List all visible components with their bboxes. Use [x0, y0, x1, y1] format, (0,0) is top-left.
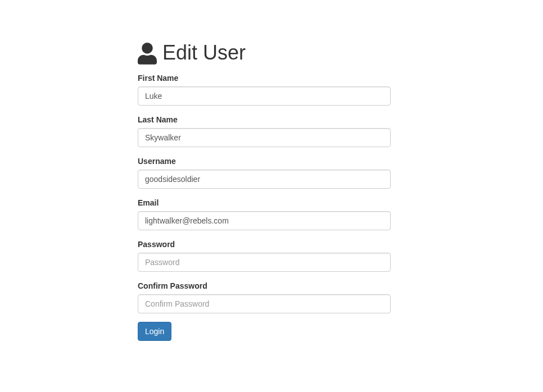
first-name-label: First Name: [138, 72, 178, 84]
username-label: Username: [138, 156, 176, 167]
last-name-label: Last Name: [138, 114, 178, 125]
username-input[interactable]: [138, 170, 391, 189]
confirm-password-input[interactable]: [138, 294, 391, 313]
email-input[interactable]: [138, 211, 391, 230]
edit-user-form-container: Edit User First Name Last Name Username …: [138, 38, 391, 341]
login-button[interactable]: Login: [138, 322, 171, 341]
confirm-password-label: Confirm Password: [138, 280, 207, 291]
edit-user-form: First Name Last Name Username Email Pass…: [138, 72, 391, 341]
email-label: Email: [138, 197, 159, 208]
username-group: Username: [138, 156, 391, 189]
last-name-group: Last Name: [138, 114, 391, 147]
first-name-group: First Name: [138, 72, 391, 106]
user-icon: [138, 43, 157, 63]
email-group: Email: [138, 197, 391, 230]
last-name-input[interactable]: [138, 128, 391, 147]
password-group: Password: [138, 239, 391, 272]
page-title-text: Edit User: [162, 38, 246, 67]
confirm-password-group: Confirm Password: [138, 280, 391, 313]
first-name-input[interactable]: [138, 86, 391, 106]
password-input[interactable]: [138, 253, 391, 272]
password-label: Password: [138, 239, 175, 250]
page-title: Edit User: [138, 38, 391, 67]
